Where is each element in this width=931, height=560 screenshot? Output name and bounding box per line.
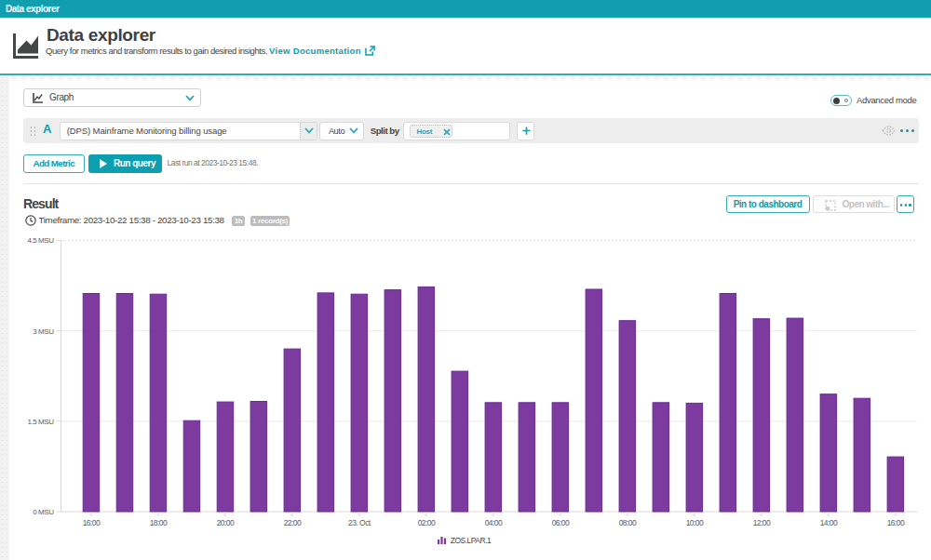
svg-text:4.5 MSU: 4.5 MSU xyxy=(28,236,55,245)
svg-text:22:00: 22:00 xyxy=(284,518,302,527)
svg-text:08:00: 08:00 xyxy=(619,518,637,527)
svg-text:18:00: 18:00 xyxy=(150,518,168,527)
svg-text:23. Oct: 23. Oct xyxy=(348,518,371,527)
svg-text:1.5 MSU: 1.5 MSU xyxy=(28,418,55,426)
svg-text:3 MSU: 3 MSU xyxy=(33,327,54,336)
svg-text:0 MSU: 0 MSU xyxy=(33,508,54,516)
svg-text:10:00: 10:00 xyxy=(686,518,704,527)
svg-text:06:00: 06:00 xyxy=(552,518,570,527)
svg-text:20:00: 20:00 xyxy=(217,518,235,527)
svg-text:16:00: 16:00 xyxy=(83,518,101,527)
svg-text:02:00: 02:00 xyxy=(418,518,436,527)
svg-text:14:00: 14:00 xyxy=(820,518,838,527)
svg-text:04:00: 04:00 xyxy=(485,518,503,527)
svg-text:12:00: 12:00 xyxy=(753,518,771,527)
svg-text:16:00: 16:00 xyxy=(887,518,905,527)
